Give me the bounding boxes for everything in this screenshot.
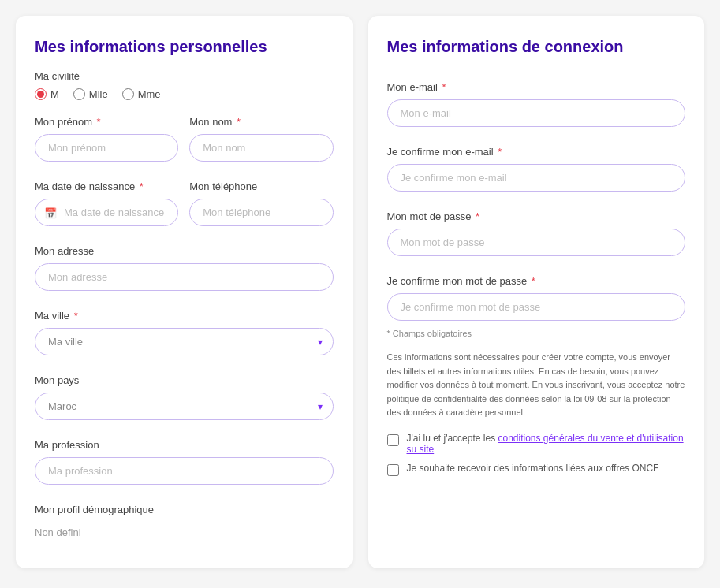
dob-phone-row: Ma date de naissance * 📅 Mon téléphone	[35, 169, 334, 234]
radio-m-input[interactable]	[35, 88, 47, 100]
radio-mme-input[interactable]	[122, 88, 134, 100]
personal-info-card: Mes informations personnelles Ma civilit…	[16, 16, 353, 568]
connection-info-card: Mes informations de connexion Mon e-mail…	[368, 16, 705, 568]
radio-m-label: M	[50, 88, 59, 100]
password-input[interactable]	[387, 229, 686, 256]
personal-info-title: Mes informations personnelles	[35, 38, 334, 56]
nom-input[interactable]	[189, 134, 333, 162]
adresse-input[interactable]	[35, 263, 334, 291]
nom-label: Mon nom *	[189, 116, 333, 128]
confirm-email-group: Je confirme mon e-mail *	[387, 135, 686, 192]
password-group: Mon mot de passe *	[387, 199, 686, 256]
prenom-group: Mon prénom *	[35, 105, 178, 162]
civilite-radio-group: M Mlle Mme	[35, 88, 334, 100]
connection-info-title: Mes informations de connexion	[387, 38, 686, 56]
phone-label: Mon téléphone	[189, 180, 333, 192]
prenom-label: Mon prénom *	[35, 116, 178, 128]
confirm-password-group: Je confirme mon mot de passe *	[387, 264, 686, 321]
profession-group: Ma profession	[35, 428, 334, 485]
page-container: Mes informations personnelles Ma civilit…	[16, 16, 704, 568]
pays-label: Mon pays	[35, 374, 334, 386]
password-label: Mon mot de passe *	[387, 210, 686, 222]
adresse-label: Mon adresse	[35, 245, 334, 257]
newsletter-checkbox[interactable]	[387, 464, 399, 476]
profession-label: Ma profession	[35, 439, 334, 451]
confirm-email-input[interactable]	[387, 164, 686, 192]
ville-label: Ma ville *	[35, 310, 334, 322]
info-text: Ces informations sont nécessaires pour c…	[387, 351, 686, 420]
required-note: * Champs obligatoires	[387, 329, 686, 338]
newsletter-row: Je souhaite recevoir des informations li…	[387, 463, 686, 476]
confirm-password-label: Je confirme mon mot de passe *	[387, 275, 686, 287]
ville-group: Ma ville * Ma ville ▾	[35, 299, 334, 355]
adresse-group: Mon adresse	[35, 234, 334, 291]
phone-input[interactable]	[189, 199, 333, 226]
calendar-icon: 📅	[44, 207, 57, 218]
radio-mme[interactable]: Mme	[122, 88, 161, 100]
cgu-label: J'ai lu et j'accepte les conditions géné…	[407, 433, 686, 455]
email-input[interactable]	[387, 99, 686, 127]
ville-select[interactable]: Ma ville	[35, 328, 334, 355]
profil-group: Mon profil démographique Non defini	[35, 493, 334, 538]
email-group: Mon e-mail *	[387, 70, 686, 127]
newsletter-label: Je souhaite recevoir des informations li…	[407, 463, 659, 474]
radio-mlle[interactable]: Mlle	[73, 88, 108, 100]
civilite-label: Ma civilité	[35, 70, 334, 82]
phone-group: Mon téléphone	[189, 169, 333, 226]
dob-group: Ma date de naissance * 📅	[35, 169, 178, 226]
pays-group: Mon pays Maroc France Algérie Tunisie ▾	[35, 363, 334, 420]
profil-value: Non defini	[35, 527, 334, 538]
dob-label: Ma date de naissance *	[35, 180, 178, 192]
pays-select-wrap: Maroc France Algérie Tunisie ▾	[35, 393, 334, 420]
email-label: Mon e-mail *	[387, 81, 686, 93]
profil-label: Mon profil démographique	[35, 504, 334, 515]
nom-group: Mon nom *	[189, 105, 333, 162]
prenom-input[interactable]	[35, 134, 178, 162]
radio-mlle-label: Mlle	[89, 88, 108, 100]
dob-input-wrap: 📅	[35, 199, 178, 226]
radio-mme-label: Mme	[138, 88, 161, 100]
prenom-nom-row: Mon prénom * Mon nom *	[35, 105, 334, 169]
ville-select-wrap: Ma ville ▾	[35, 328, 334, 355]
confirm-password-input[interactable]	[387, 293, 686, 321]
cgu-row: J'ai lu et j'accepte les conditions géné…	[387, 433, 686, 455]
pays-select[interactable]: Maroc France Algérie Tunisie	[35, 393, 334, 420]
confirm-email-label: Je confirme mon e-mail *	[387, 146, 686, 158]
radio-mlle-input[interactable]	[73, 88, 85, 100]
radio-m[interactable]: M	[35, 88, 59, 100]
profession-input[interactable]	[35, 457, 334, 485]
cgu-checkbox[interactable]	[387, 434, 399, 446]
